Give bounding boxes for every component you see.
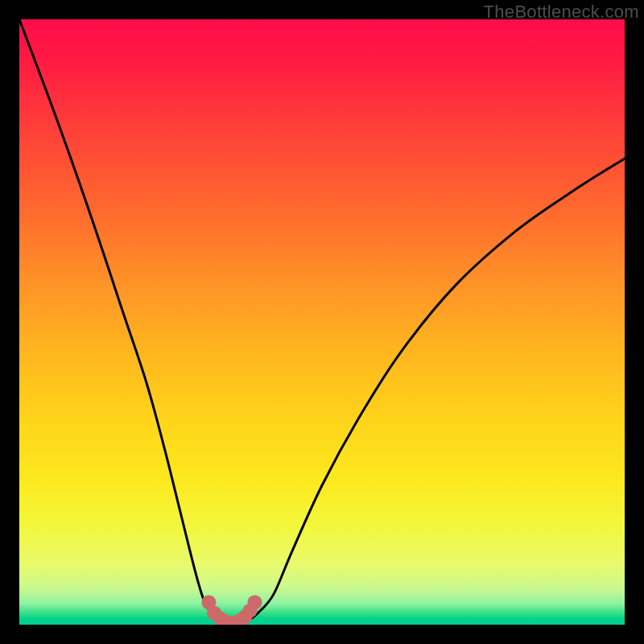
highlight-dots xyxy=(201,595,262,625)
bottleneck-curve xyxy=(19,19,625,625)
chart-svg xyxy=(19,19,625,625)
chart-frame xyxy=(19,19,625,625)
highlight-dot xyxy=(248,595,262,609)
watermark-text: TheBottleneck.com xyxy=(484,2,639,23)
